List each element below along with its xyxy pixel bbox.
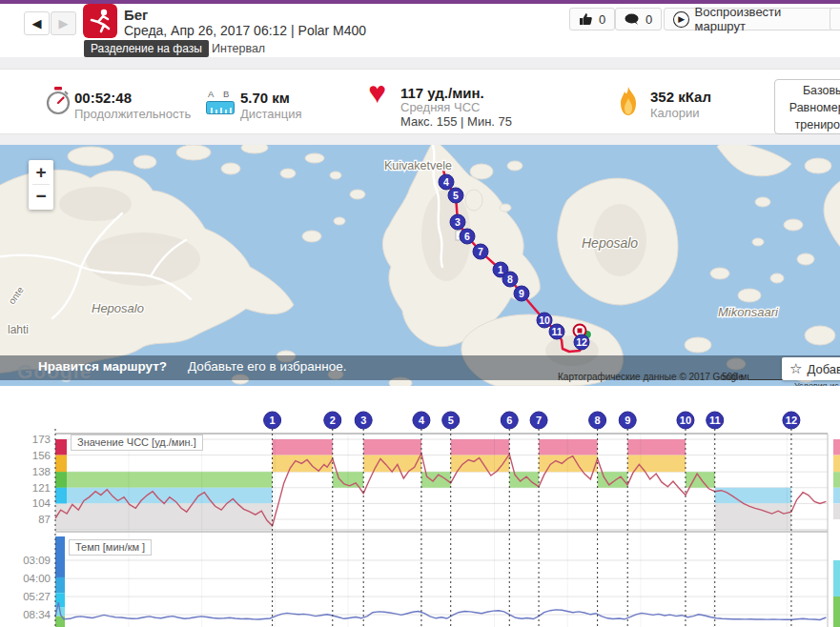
svg-text:5: 5 [448, 415, 454, 426]
pace-chart-legend: Темп [мин/км ] [69, 539, 152, 556]
add-favorite-button[interactable]: ☆ Добавить [782, 357, 840, 380]
pace-line [55, 602, 826, 619]
star-icon: ☆ [789, 360, 802, 377]
map-place-label: Mikonsaari [718, 305, 779, 319]
play-circle-icon: ▶ [673, 11, 689, 28]
add-favorite-label: Добавить [807, 362, 840, 376]
play-route-button[interactable]: ▶ Воспроизвести маршрут [664, 8, 840, 30]
hr-zone-band [55, 472, 273, 488]
runner-glyph [87, 8, 113, 34]
hr-axis-tick: 156 [32, 450, 51, 461]
zoom-out-button[interactable]: − [29, 184, 53, 208]
hr-zone-band [627, 439, 686, 455]
hr-zone-band [363, 439, 421, 455]
map-scale-label: 500 м [722, 372, 747, 382]
tab-phase-split[interactable]: Разделение на фазы [84, 40, 209, 57]
hr-axis-tick: 173 [32, 434, 51, 445]
map-place-label: Kuivaketvele [384, 159, 452, 172]
map-place-label: Heposalo [92, 301, 144, 315]
play-route-label: Воспроизвести маршрут [695, 5, 831, 33]
favorite-prompt-question: Нравится маршрут? [38, 359, 167, 374]
svg-text:11: 11 [551, 326, 562, 337]
svg-text:11: 11 [709, 415, 721, 426]
calories-label: Калории [650, 106, 700, 120]
calories-value: 352 кКал [650, 89, 711, 105]
activity-subtitle: Среда, Апр 26, 2017 06:12 | Polar M400 [124, 23, 366, 38]
hr-zone-band [509, 472, 539, 488]
forward-arrow-icon: ▶ [59, 16, 69, 30]
charts-panel[interactable]: 1731561381211048703:0904:0005:2708:34123… [0, 386, 840, 627]
svg-text:12: 12 [786, 415, 797, 426]
svg-text:3: 3 [360, 415, 366, 426]
distance-value: 5.70 км [240, 90, 290, 106]
session-header: ◀ ▶ Бег Среда, Апр 26, 2017 06:12 | Pola… [0, 4, 840, 57]
svg-text:12: 12 [576, 336, 587, 348]
pace-axis-tick: 03:09 [23, 555, 51, 566]
hr-chart-legend: Значение ЧСС [уд./мин.] [71, 435, 203, 451]
like-button[interactable]: 0 [569, 8, 615, 30]
running-sport-icon [83, 4, 117, 38]
distance-ruler-icon [206, 101, 235, 114]
map-canvas: 45367189101112 KuivaketveleHeposaloHepos… [0, 145, 840, 386]
svg-text:5: 5 [453, 190, 459, 201]
duration-value: 00:52:48 [74, 90, 132, 106]
hr-zone-band [55, 488, 273, 504]
distance-label: Дистанция [240, 107, 302, 121]
pace-axis-tick: 05:27 [23, 591, 51, 602]
map-attribution: Картографические данные © 2017 Google [558, 372, 744, 382]
polar-flow-session-page: ◀ ▶ Бег Среда, Апр 26, 2017 06:12 | Pola… [0, 0, 840, 627]
pace-zone-strip [55, 577, 65, 593]
pace-zone-strip [55, 593, 65, 607]
svg-text:10: 10 [539, 314, 550, 326]
avg-hr-label: Средняя ЧСС [400, 100, 480, 114]
more-actions-button[interactable] [830, 8, 840, 30]
tab-interval[interactable]: Интервал [212, 42, 265, 55]
svg-text:2: 2 [330, 415, 336, 426]
svg-text:10: 10 [680, 415, 691, 426]
map-place-label: lahti [8, 323, 29, 336]
route-point-a: A [208, 89, 214, 99]
avg-hr-value: 117 уд./мин. [400, 85, 484, 101]
prev-session-button[interactable]: ◀ [24, 11, 50, 35]
map-place-label: Heposalo [582, 235, 638, 251]
favorite-prompt-text: Добавьте его в избранное. [188, 359, 347, 374]
hr-zone-band [539, 439, 598, 455]
zoom-in-button[interactable]: + [29, 160, 53, 184]
stopwatch-icon [46, 86, 71, 118]
svg-text:1: 1 [270, 415, 276, 426]
hr-zone-strip [55, 455, 67, 473]
svg-text:7: 7 [478, 246, 483, 257]
svg-text:9: 9 [519, 288, 524, 299]
svg-text:7: 7 [536, 415, 542, 426]
duration-label: Продолжительность [74, 107, 191, 121]
hr-axis-tick: 87 [38, 514, 51, 525]
pace-axis-tick: 04:00 [23, 573, 51, 584]
hr-zone-band [715, 488, 791, 504]
svg-text:4: 4 [419, 415, 425, 426]
heart-icon: ♥ [368, 75, 386, 111]
activity-title: Бег [124, 7, 148, 23]
next-session-button[interactable]: ▶ [51, 11, 76, 35]
map-zoom-control: + − [29, 160, 53, 210]
benefit-line: Базовый [775, 82, 840, 99]
hr-zone-band [363, 455, 421, 473]
page-background-strip [0, 134, 840, 145]
hr-zone-band [451, 439, 510, 455]
hr-minmax: Макс. 155 | Мин. 75 [400, 114, 512, 129]
route-map[interactable]: 45367189101112 KuivaketveleHeposaloHepos… [0, 145, 840, 386]
hr-zone-strip [55, 488, 67, 504]
svg-text:9: 9 [625, 415, 630, 426]
svg-text:8: 8 [595, 415, 601, 426]
svg-text:4: 4 [443, 176, 449, 188]
training-benefit-box: Базовый Равномерная тренировка [774, 79, 840, 134]
comment-button[interactable]: 0 [615, 8, 662, 30]
hr-axis-tick: 138 [32, 466, 51, 477]
page-background-strip [0, 57, 840, 69]
hr-zone-band [686, 472, 715, 488]
flame-icon [618, 87, 639, 117]
comment-count: 0 [645, 12, 652, 27]
hr-zone-band [273, 439, 333, 455]
route-point-b: B [223, 89, 229, 99]
pace-axis-tick: 08:34 [23, 609, 51, 620]
svg-text:6: 6 [464, 231, 470, 242]
